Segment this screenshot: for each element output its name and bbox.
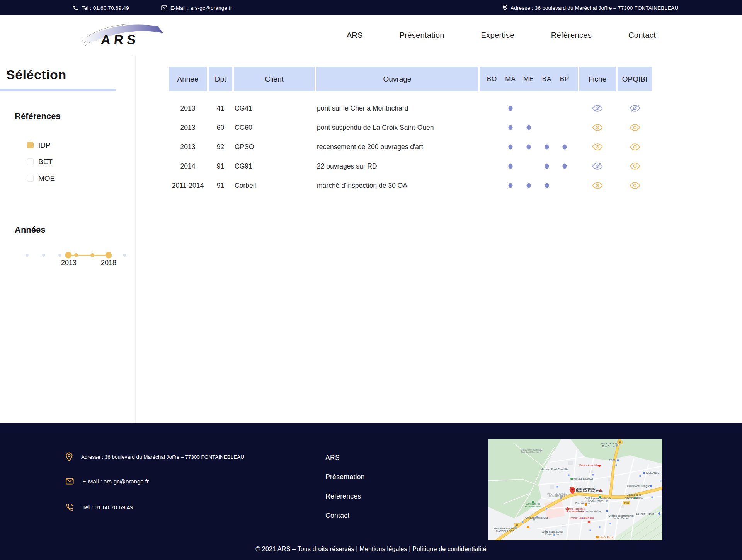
references-table: Année Dpt Client Ouvrage BO MA ME BA BP … [169,67,652,195]
footer-map-image: H H Maison forestièreDes Huit RoutesNotr… [488,439,662,540]
flag-dot-ma [509,125,513,130]
main-nav: ARS Présentation Expertise Références Co… [347,15,656,55]
cell-ouvrage: pont sur le Cher à Montrichard [316,99,478,118]
flag-dot-me [527,183,531,188]
nav-item-ars[interactable]: ARS [347,31,363,40]
map-label: Maison forestièreDes Huit Routes [521,448,540,454]
road-shield-label: N6 [619,441,621,443]
references-filter-heading: Références [15,111,61,121]
cell-client: CG41 [234,99,315,118]
logo-text: ARS [100,32,140,47]
col-header-flags: BO MA ME BA BP [480,67,578,91]
checkbox-unchecked-icon[interactable] [27,158,34,165]
cell-flags [480,176,578,195]
flag-dot-ma [509,183,513,188]
cell-annee: 2013 [169,118,207,137]
map-label: Résidence étudianteMARCEL LODS [494,527,517,533]
cell-flags [480,99,578,118]
opqibi-eye-icon[interactable] [630,124,640,131]
fiche-eye-off-icon[interactable] [592,105,603,112]
map-label: Domec Anne-Marie [579,464,601,466]
footer-phone[interactable]: Tel : 01.60.70.69.49 [66,503,133,511]
years-range-slider: 2013 2018 [0,248,132,271]
flag-dot-ma [509,145,513,150]
cell-dpt: 91 [209,176,232,195]
filter-option-label: BET [38,158,53,166]
topbar-phone: Tel : 01.60.70.69.49 [73,0,129,15]
footer-email[interactable]: E-Mail : ars-gc@orange.fr [66,478,149,485]
slider-handle-end[interactable] [106,252,112,259]
cell-opqibi [618,99,652,118]
filter-option-bet[interactable]: BET [27,157,55,166]
cell-opqibi [618,137,652,157]
topbar-email-text: E-Mail : ars-gc@orange.fr [170,5,232,11]
filter-option-idp[interactable]: IDP [27,141,55,150]
topbar-address-text: Adresse : 36 boulevard du Maréchal Joffr… [511,5,679,11]
flag-dot-ma [509,164,513,169]
cell-client: GPSO [234,137,315,157]
footer-link-contact[interactable]: Contact [325,512,365,520]
cell-flags [480,157,578,176]
col-header-opqibi: OPQIBI [618,67,652,91]
filter-option-label: IDP [38,141,51,150]
slider-handle-start[interactable] [65,252,72,259]
legal-notice-link[interactable]: Mentions légales [359,546,407,552]
flag-dot-ma [509,106,513,111]
nav-item-references[interactable]: Références [551,31,592,40]
fiche-eye-icon[interactable] [592,124,603,131]
table-row: 201491CG9122 ouvrages sur RD [169,157,652,176]
cell-dpt: 41 [209,99,232,118]
ars-logo[interactable]: ARS [78,19,168,51]
slider-start-label: 2013 [61,259,77,267]
col-header-dpt: Dpt [209,67,232,91]
checkbox-unchecked-icon[interactable] [27,175,34,182]
fiche-eye-icon[interactable] [592,143,603,150]
filter-option-moe[interactable]: MOE [27,174,55,183]
nav-item-contact[interactable]: Contact [628,31,656,40]
map-label: Notre Dame DuBon Secours [601,442,618,448]
map-label: TOTAL [609,459,617,461]
cell-dpt: 92 [209,137,232,157]
page: Tel : 01.60.70.69.49 E-Mail : ars-gc@ora… [0,0,742,560]
fiche-eye-icon[interactable] [592,182,603,189]
footer-copyright: © 2021 ARS – Tous droits réservés | Ment… [0,546,742,553]
map-label: Square de laPlace Pasdeloup [625,494,643,499]
col-header-annee: Année [169,67,207,91]
nav-item-presentation[interactable]: Présentation [400,31,444,40]
map-label: Cimetière deFontainebleau [525,502,541,508]
cell-ouvrage: 22 ouvrages sur RD [316,157,478,176]
slider-tick [42,254,45,257]
col-header-bp: BP [560,75,570,83]
col-header-ma: MA [505,75,516,83]
footer-email-text: E-Mail : ars-gc@orange.fr [82,478,149,485]
phone-icon [73,5,78,11]
flag-dot-ba [545,164,549,169]
topbar-phone-text: Tel : 01.60.70.69.49 [82,5,129,11]
opqibi-eye-off-icon[interactable] [630,105,640,112]
cell-ouvrage: pont suspendu de La Croix Saint-Ouen [316,118,478,137]
cell-annee: 2011-2014 [169,176,207,195]
footer-link-presentation[interactable]: Présentation [325,473,365,481]
footer-link-ars[interactable]: ARS [325,454,365,462]
copyright-text: © 2021 ARS – Tous droits réservés [255,546,354,552]
flag-dot-me [527,125,531,130]
header: ARS ARS Présentation Expertise Référence… [0,15,742,55]
opqibi-eye-icon[interactable] [630,143,640,150]
road-shield-label: D606 [624,502,629,504]
privacy-policy-link[interactable]: Politique de confidentialité [412,546,487,552]
footer-link-references[interactable]: Références [325,492,365,500]
col-header-bo: BO [487,75,497,83]
cell-ouvrage: recensement de 200 ouvrages d'art [316,137,478,157]
fiche-eye-off-icon[interactable] [592,163,603,170]
nav-item-expertise[interactable]: Expertise [481,31,514,40]
cell-fiche [579,118,616,137]
table-row: 201392GPSOrecensement de 200 ouvrages d'… [169,137,652,157]
slider-tick-active [90,253,94,257]
opqibi-eye-icon[interactable] [630,163,640,170]
checkbox-checked-icon[interactable] [27,142,34,148]
cell-annee: 2013 [169,99,207,118]
table-row: 2011-201491Corbeilmarché d'inspection de… [169,176,652,195]
col-header-me: ME [523,75,534,83]
opqibi-eye-icon[interactable] [630,182,640,189]
map-label: Michaud-Soret Christine [541,468,568,471]
